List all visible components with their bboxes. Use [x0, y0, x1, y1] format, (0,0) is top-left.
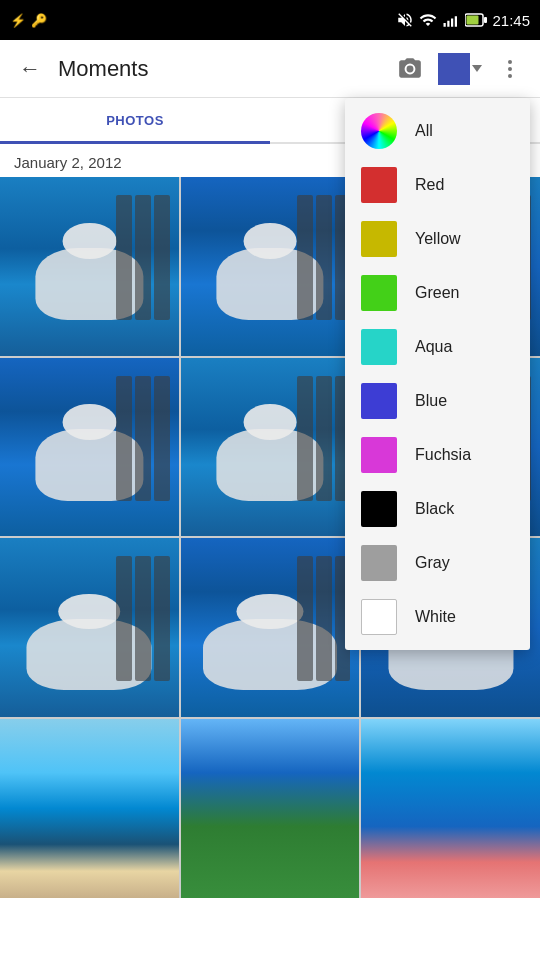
svg-rect-0 [444, 23, 446, 27]
color-label-red: Red [415, 176, 444, 194]
color-item-yellow[interactable]: Yellow [345, 212, 530, 266]
time-display: 21:45 [492, 12, 530, 29]
page-title: Moments [58, 56, 382, 82]
color-label-all: All [415, 122, 433, 140]
svg-rect-3 [455, 16, 457, 27]
color-dropdown: AllRedYellowGreenAquaBlueFuchsiaBlackGra… [345, 98, 530, 650]
tab-photos[interactable]: PHOTOS [0, 98, 270, 142]
more-vert-icon [498, 57, 522, 81]
battery-icon [465, 13, 487, 27]
svg-point-9 [508, 74, 512, 78]
svg-point-7 [508, 60, 512, 64]
photo-cell[interactable] [0, 719, 179, 898]
photo-cell[interactable] [361, 719, 540, 898]
photo-cell[interactable] [0, 538, 179, 717]
toolbar: ← Moments [0, 40, 540, 98]
color-item-green[interactable]: Green [345, 266, 530, 320]
back-button[interactable]: ← [12, 51, 48, 87]
camera-icon [397, 56, 423, 82]
color-dot-red [361, 167, 397, 203]
color-dot-gray [361, 545, 397, 581]
signal-icon [442, 11, 460, 29]
key-icon: 🔑 [31, 13, 47, 28]
color-dot-blue [361, 383, 397, 419]
color-label-yellow: Yellow [415, 230, 461, 248]
color-item-blue[interactable]: Blue [345, 374, 530, 428]
color-label-aqua: Aqua [415, 338, 452, 356]
color-dot-yellow [361, 221, 397, 257]
photo-cell[interactable] [181, 358, 360, 537]
color-label-green: Green [415, 284, 459, 302]
photo-cell[interactable] [181, 719, 360, 898]
color-label-fuchsia: Fuchsia [415, 446, 471, 464]
svg-rect-1 [448, 21, 450, 27]
color-label-black: Black [415, 500, 454, 518]
photo-cell[interactable] [0, 358, 179, 537]
color-filter-button[interactable] [438, 53, 482, 85]
status-right-icons: 21:45 [396, 11, 530, 29]
color-dot-aqua [361, 329, 397, 365]
color-dot-green [361, 275, 397, 311]
photo-cell[interactable] [181, 177, 360, 356]
color-item-red[interactable]: Red [345, 158, 530, 212]
chevron-down-icon [472, 65, 482, 72]
color-item-fuchsia[interactable]: Fuchsia [345, 428, 530, 482]
camera-button[interactable] [392, 51, 428, 87]
wifi-icon [419, 11, 437, 29]
usb-icon: ⚡ [10, 13, 26, 28]
color-label-white: White [415, 608, 456, 626]
more-options-button[interactable] [492, 51, 528, 87]
color-dot-fuchsia [361, 437, 397, 473]
color-dot-all [361, 113, 397, 149]
svg-rect-2 [451, 19, 453, 27]
status-bar: ⚡ 🔑 21:45 [0, 0, 540, 40]
color-item-aqua[interactable]: Aqua [345, 320, 530, 374]
status-left-icons: ⚡ 🔑 [10, 13, 47, 28]
color-item-black[interactable]: Black [345, 482, 530, 536]
color-dot-white [361, 599, 397, 635]
color-item-all[interactable]: All [345, 104, 530, 158]
color-label-gray: Gray [415, 554, 450, 572]
svg-point-8 [508, 67, 512, 71]
svg-rect-5 [467, 16, 479, 25]
photo-cell[interactable] [0, 177, 179, 356]
svg-rect-6 [484, 17, 487, 23]
color-item-white[interactable]: White [345, 590, 530, 644]
color-swatch [438, 53, 470, 85]
color-dot-black [361, 491, 397, 527]
color-item-gray[interactable]: Gray [345, 536, 530, 590]
color-label-blue: Blue [415, 392, 447, 410]
mute-icon [396, 11, 414, 29]
photo-cell[interactable] [181, 538, 360, 717]
